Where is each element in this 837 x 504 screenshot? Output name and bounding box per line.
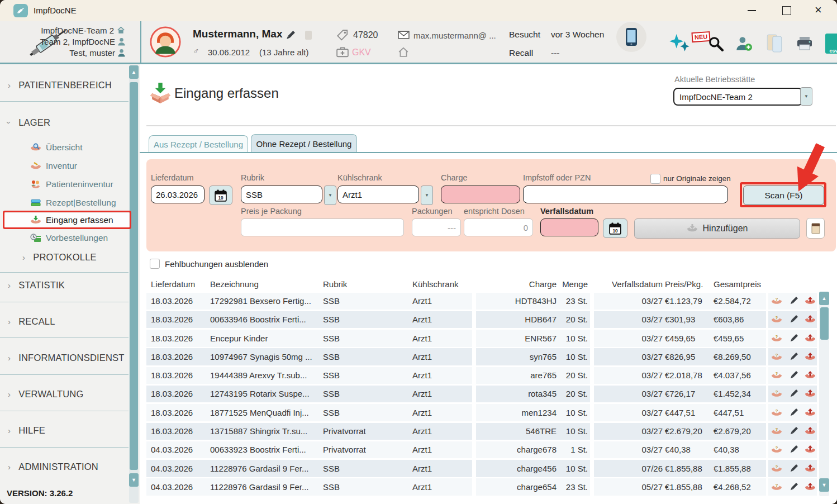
table-row[interactable]: 18.03.2026 19444389 Arexvy Tr.sub... SSB… bbox=[146, 366, 817, 384]
kuehlschrank-select[interactable]: Arzt1 bbox=[337, 186, 419, 203]
edit-row-icon[interactable] bbox=[789, 352, 798, 362]
sidebar-item-informationsdienst[interactable]: ›INFORMATIONSDIENST bbox=[8, 351, 125, 364]
stock-move-icon[interactable]: ? bbox=[771, 334, 782, 343]
edit-row-icon[interactable] bbox=[789, 315, 798, 324]
stock-remove-icon[interactable] bbox=[805, 389, 816, 398]
nur-originale-checkbox[interactable] bbox=[650, 174, 660, 184]
edit-row-icon[interactable] bbox=[789, 370, 798, 380]
sidebar-item-rezept-bestellung[interactable]: Rezept|Bestellung bbox=[30, 196, 116, 210]
col-lieferdatum[interactable]: Lieferdatum bbox=[151, 277, 195, 292]
table-row[interactable]: 04.03.2026 11228976 Gardasil 9 Fer... SS… bbox=[146, 459, 817, 478]
lieferdatum-input[interactable]: 26.03.2026 bbox=[151, 186, 205, 203]
stock-move-icon[interactable]: ? bbox=[771, 389, 782, 398]
sidebar-scroll-thumb[interactable] bbox=[130, 82, 138, 470]
dosen-input[interactable]: 0 bbox=[464, 218, 533, 236]
charge-input[interactable] bbox=[441, 186, 520, 203]
col-preis[interactable]: Preis/Pkg. bbox=[665, 277, 703, 292]
search-icon[interactable] bbox=[708, 36, 724, 51]
col-charge[interactable]: Charge bbox=[475, 277, 557, 292]
table-scroll-thumb[interactable] bbox=[820, 307, 829, 340]
sidebar-scrollbar[interactable]: ▲ ▼ bbox=[129, 65, 139, 503]
col-rubrik[interactable]: Rubrik bbox=[323, 277, 347, 292]
table-row[interactable]: 18.03.2026 17292981 Bexsero Fertig... SS… bbox=[146, 292, 817, 310]
stock-move-icon[interactable]: ? bbox=[771, 482, 782, 492]
rubrik-select[interactable]: SSB bbox=[241, 186, 322, 203]
table-row[interactable]: 04.03.2026 11228976 Gardasil 9 Fer... SS… bbox=[146, 478, 817, 496]
stock-remove-icon[interactable] bbox=[805, 482, 816, 492]
bookmark-icon[interactable] bbox=[305, 31, 312, 40]
sidebar-item-inventur[interactable]: Inventur bbox=[30, 159, 77, 173]
table-scrollbar[interactable]: ▲ ▼ bbox=[819, 292, 829, 496]
lieferdatum-calendar-button[interactable]: 10 bbox=[209, 186, 232, 205]
edit-row-icon[interactable] bbox=[789, 426, 798, 436]
stock-remove-icon[interactable] bbox=[805, 296, 816, 306]
scroll-down-button[interactable]: ▼ bbox=[129, 473, 139, 487]
table-scroll-down-button[interactable]: ▼ bbox=[819, 478, 829, 492]
patient-avatar[interactable] bbox=[150, 26, 181, 58]
stock-remove-icon[interactable] bbox=[805, 408, 816, 417]
hinzufuegen-button[interactable]: Hinzufügen bbox=[634, 218, 800, 239]
impfstoff-input[interactable] bbox=[523, 186, 728, 203]
verfallsdatum-input[interactable] bbox=[540, 218, 598, 236]
sidebar-item-statistik[interactable]: ›STATISTIK bbox=[8, 278, 65, 292]
stock-remove-icon[interactable] bbox=[805, 315, 816, 324]
packungen-input[interactable]: --- bbox=[412, 218, 461, 236]
stock-move-icon[interactable]: ? bbox=[771, 370, 782, 380]
stock-remove-icon[interactable] bbox=[805, 370, 816, 380]
stock-move-icon[interactable]: ? bbox=[771, 352, 782, 362]
table-row[interactable]: 18.03.2026 00633946 Boostrix Ferti... SS… bbox=[146, 310, 817, 329]
edit-row-icon[interactable] bbox=[789, 445, 798, 454]
betriebsstaette-select[interactable]: ImpfDocNE-Team 2 bbox=[673, 88, 803, 106]
stock-move-icon[interactable]: ? bbox=[771, 408, 782, 417]
edit-row-icon[interactable] bbox=[789, 296, 798, 306]
printer-icon[interactable] bbox=[796, 36, 813, 51]
verfallsdatum-calendar-button[interactable]: 10 bbox=[603, 218, 627, 238]
stock-move-icon[interactable]: ? bbox=[771, 296, 782, 306]
csv-export-icon[interactable]: csv bbox=[825, 34, 837, 54]
table-row[interactable]: 18.03.2026 10974967 Synagis 50mg ... SSB… bbox=[146, 348, 817, 366]
sidebar-item-lager[interactable]: ›LAGER bbox=[8, 116, 50, 129]
add-patient-icon[interactable] bbox=[735, 36, 752, 51]
edit-row-icon[interactable] bbox=[789, 482, 798, 492]
edit-row-icon[interactable] bbox=[789, 464, 798, 473]
stock-move-icon[interactable]: ? bbox=[771, 464, 782, 473]
rubrik-dropdown-button[interactable]: ▼ bbox=[324, 186, 336, 205]
col-verfallsdatum[interactable]: Verfallsdatum bbox=[599, 277, 663, 292]
table-row[interactable]: 04.03.2026 00633923 Boostrix Ferti... Pr… bbox=[146, 440, 817, 459]
sidebar-item-protokolle[interactable]: ›PROTOKOLLE bbox=[22, 250, 97, 264]
sidebar-item-patienteninventur[interactable]: Patienteninventur bbox=[30, 178, 113, 191]
table-row[interactable]: 18.03.2026 12743195 Rotarix Suspe... SSB… bbox=[146, 384, 817, 403]
stock-move-icon[interactable]: ? bbox=[771, 426, 782, 436]
stock-remove-icon[interactable] bbox=[805, 352, 816, 362]
sidebar-item-administration[interactable]: ›ADMINISTRATION bbox=[8, 460, 98, 473]
close-button[interactable]: × bbox=[815, 2, 822, 18]
cards-icon[interactable] bbox=[765, 34, 783, 53]
tab-ohne-rezept[interactable]: Ohne Rezept / Bestellung bbox=[251, 134, 357, 153]
stock-remove-icon[interactable] bbox=[805, 445, 816, 454]
stock-move-icon[interactable]: ? bbox=[771, 315, 782, 324]
tab-aus-rezept[interactable]: Aus Rezept / Bestellung bbox=[149, 135, 248, 153]
edit-pencil-icon[interactable] bbox=[285, 30, 296, 41]
maximize-button[interactable] bbox=[782, 6, 791, 15]
sidebar-item-uebersicht[interactable]: Übersicht bbox=[30, 141, 82, 154]
mobile-app-button[interactable] bbox=[616, 22, 646, 52]
stock-remove-icon[interactable] bbox=[805, 334, 816, 343]
sparkles-icon[interactable] bbox=[669, 34, 689, 54]
col-bezeichnung[interactable]: Bezeichnung bbox=[210, 277, 259, 292]
stock-move-icon[interactable]: ? bbox=[771, 445, 782, 454]
edit-row-icon[interactable] bbox=[789, 389, 798, 398]
sidebar-item-vorbestellungen[interactable]: Vorbestellungen bbox=[30, 231, 108, 245]
edit-row-icon[interactable] bbox=[789, 408, 798, 417]
edit-row-icon[interactable] bbox=[789, 334, 798, 343]
kuehlschrank-dropdown-button[interactable]: ▼ bbox=[421, 186, 433, 205]
stock-remove-icon[interactable] bbox=[805, 426, 816, 436]
betriebsstaette-dropdown-button[interactable]: ▼ bbox=[800, 87, 812, 106]
col-menge[interactable]: Menge bbox=[560, 277, 588, 292]
table-row[interactable]: 18.03.2026 Encepur Kinder SSB Arzt1 ENR5… bbox=[146, 329, 817, 348]
package-button[interactable] bbox=[806, 218, 825, 239]
minimize-button[interactable] bbox=[748, 10, 756, 11]
table-row[interactable]: 18.03.2026 18771525 MenQuadfi Inj... SSB… bbox=[146, 403, 817, 422]
sidebar-item-patientenbereich[interactable]: ›PATIENTENBEREICH bbox=[8, 78, 112, 92]
table-row[interactable]: 16.03.2026 13715887 Shingrix Tr.su... Pr… bbox=[146, 422, 817, 440]
col-kuehlschrank[interactable]: Kühlschrank bbox=[412, 277, 459, 292]
